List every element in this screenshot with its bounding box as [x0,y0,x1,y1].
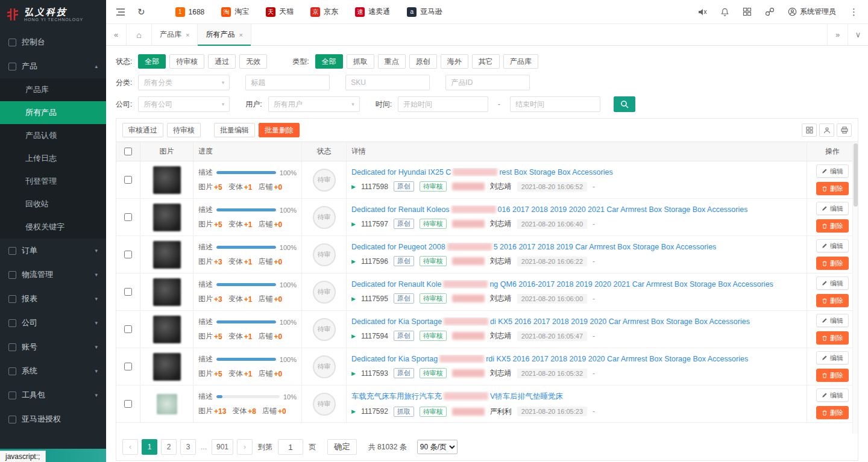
tab[interactable]: 产品库× [152,24,198,45]
logo[interactable]: 弘义科技 HONG YI TECHNOLOGY [0,0,106,29]
delete-button[interactable]: 删除 [816,369,849,382]
expand-play-icon[interactable]: ▶ [351,333,356,339]
company-select[interactable]: 所有公司 ▾ [138,96,230,112]
expand-play-icon[interactable]: ▶ [351,258,356,264]
product-title-link[interactable]: Dedicated for Hyundai IX25 Crest Box Sto… [351,168,613,176]
volume-icon[interactable] [697,7,707,17]
columns-icon[interactable] [802,123,817,137]
goto-page-input[interactable] [278,439,303,455]
marketplace-link[interactable]: a亚马逊 [407,7,442,17]
pagination-page-button[interactable]: 1 [142,439,157,455]
type-option-button[interactable]: 海外 [441,54,468,69]
product-id-input[interactable] [445,75,530,90]
user-select[interactable]: 所有用户 ▾ [268,96,360,112]
status-option-button[interactable]: 通过 [208,54,236,69]
sidebar-subitem[interactable]: 产品认领 [0,124,106,147]
product-title-link[interactable]: Dedicated for Peugeot 20085 2016 2017 20… [351,243,716,251]
select-all-checkbox[interactable] [124,148,132,155]
sidebar-item[interactable]: 产品▴ [0,54,106,78]
marketplace-link[interactable]: 天天猫 [266,7,294,17]
delete-button[interactable]: 删除 [816,257,849,270]
delete-button[interactable]: 删除 [816,406,849,419]
tabs-scroll-left-icon[interactable]: « [106,24,127,45]
edit-button[interactable]: 编辑 [816,202,849,215]
approve-button[interactable]: 审核通过 [122,123,163,137]
edit-button[interactable]: 编辑 [816,164,849,178]
sidebar-subitem[interactable]: 所有产品 [0,101,106,124]
refresh-icon[interactable]: ↻ [137,7,145,16]
close-icon[interactable]: × [186,31,189,39]
print-icon[interactable] [837,123,852,137]
sidebar-item[interactable]: 控制台 [0,30,106,54]
sidebar-item[interactable]: 公司▾ [0,311,106,335]
sidebar-item[interactable]: 系统▾ [0,359,106,383]
sidebar-subitem[interactable]: 产品库 [0,78,106,101]
product-title-link[interactable]: Dedicated for Renault Koleos016 2017 201… [351,205,747,214]
delete-button[interactable]: 删除 [816,294,849,307]
sidebar-item[interactable]: 账号▾ [0,335,106,359]
apps-grid-icon[interactable] [743,7,752,16]
row-checkbox[interactable] [124,251,132,258]
sidebar-item[interactable]: 物流管理▾ [0,263,106,287]
status-option-button[interactable]: 无效 [239,54,267,69]
sidebar-item[interactable]: 工具包▾ [0,383,106,407]
delete-button[interactable]: 删除 [816,331,849,345]
status-option-button[interactable]: 待审核 [169,54,204,69]
sidebar-subitem[interactable]: 刊登管理 [0,170,106,193]
scrollbar-thumb[interactable] [854,143,858,207]
row-checkbox[interactable] [124,213,132,221]
type-option-button[interactable]: 原创 [409,54,437,69]
more-icon[interactable]: ⋮ [849,7,858,16]
tabs-menu-icon[interactable]: ∨ [848,24,868,45]
marketplace-link[interactable]: 速速卖通 [355,7,390,17]
per-page-select[interactable]: 90 条/页 [417,440,458,454]
marketplace-link[interactable]: 淘淘宝 [221,7,249,17]
product-title-link[interactable]: 车载充气床车用旅行汽车充V轿车后排气垫睡觉床 [351,392,563,402]
confirm-page-button[interactable]: 确定 [327,439,357,455]
sku-input[interactable] [345,75,430,90]
expand-play-icon[interactable]: ▶ [351,221,356,227]
type-option-button[interactable]: 其它 [472,54,500,69]
bell-icon[interactable] [720,7,729,17]
sidebar-subitem[interactable]: 回收站 [0,193,106,216]
edit-button[interactable]: 编辑 [816,389,849,402]
next-page-button[interactable]: › [237,439,253,455]
expand-play-icon[interactable]: ▶ [351,370,356,376]
pagination-page-button[interactable]: 901 [212,439,233,455]
batch-edit-button[interactable]: 批量编辑 [214,123,255,137]
edit-button[interactable]: 编辑 [816,314,849,327]
expand-play-icon[interactable]: ▶ [351,184,356,190]
row-checkbox[interactable] [124,288,132,296]
delete-button[interactable]: 删除 [816,182,849,195]
delete-button[interactable]: 删除 [816,219,849,233]
prev-page-button[interactable]: ‹ [122,439,138,455]
row-checkbox[interactable] [124,176,132,184]
type-option-button[interactable]: 全部 [315,54,343,69]
marketplace-link[interactable]: 京京东 [310,7,338,17]
sidebar-item[interactable]: 亚马逊授权 [0,407,106,431]
batch-delete-button[interactable]: 批量删除 [259,123,300,137]
end-time-input[interactable] [510,96,600,112]
sidebar-subitem[interactable]: 上传日志 [0,147,106,170]
link-icon[interactable] [765,7,775,16]
edit-button[interactable]: 编辑 [816,276,849,290]
sidebar-subitem[interactable]: 侵权关键字 [0,216,106,239]
row-checkbox[interactable] [124,325,132,333]
edit-button[interactable]: 编辑 [816,239,849,252]
row-checkbox[interactable] [124,363,132,370]
type-option-button[interactable]: 抓取 [347,54,374,69]
pending-button[interactable]: 待审核 [167,123,201,137]
export-icon[interactable] [819,123,834,137]
title-input[interactable] [245,75,330,90]
collapse-menu-icon[interactable] [116,8,125,16]
table-scrollbar[interactable] [852,142,858,434]
marketplace-link[interactable]: 11688 [175,7,205,17]
sidebar-item[interactable]: 报表▾ [0,287,106,311]
product-title-link[interactable]: Dedicated for Kia Sportagedi KX5 2016 20… [351,317,750,326]
start-time-input[interactable] [398,96,488,112]
type-option-button[interactable]: 重点 [378,54,406,69]
expand-play-icon[interactable]: ▶ [351,296,356,302]
expand-play-icon[interactable]: ▶ [351,408,356,414]
category-select[interactable]: 所有分类 ▾ [138,75,230,90]
tab[interactable]: 所有产品× [198,24,251,45]
